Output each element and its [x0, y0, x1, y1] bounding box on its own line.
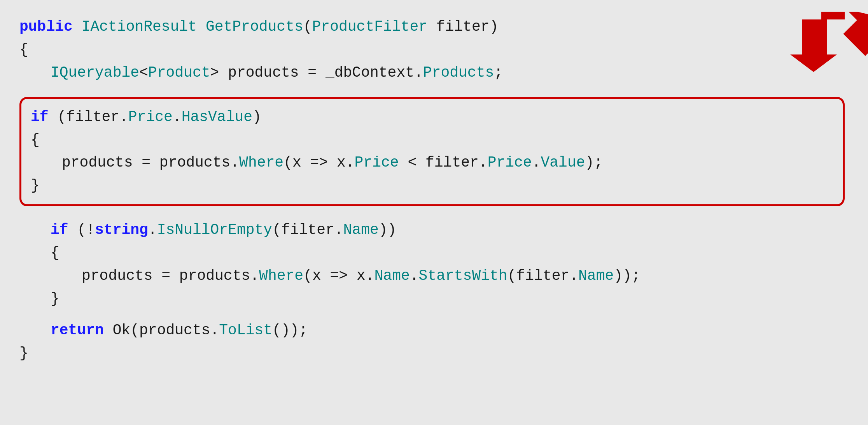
- return-ok: Ok(products.: [104, 319, 219, 342]
- dot-3: .: [410, 265, 419, 288]
- red-arrow-svg: [767, 8, 845, 78]
- code-block: public IActionResult GetProducts(Product…: [19, 16, 849, 365]
- products-assign-1: products = products.: [62, 151, 239, 174]
- code-line-where2: products = products.Where(x => x.Name.St…: [19, 265, 849, 288]
- angle-close: >: [210, 61, 219, 84]
- brace-open-1: {: [19, 39, 28, 61]
- code-line-if1: if (filter.Price.HasValue): [31, 106, 831, 129]
- if-paren-1: (filter.: [49, 106, 128, 129]
- type-string: string: [95, 219, 148, 242]
- brace-open-2: {: [31, 129, 40, 152]
- code-line-where1: products = products.Where(x => x.Price <…: [31, 151, 831, 174]
- prop-price-2: Price: [355, 151, 399, 174]
- products-assign-2: products = products.: [82, 265, 259, 288]
- dot-2: .: [148, 219, 157, 242]
- method-getproducts: GetProducts: [206, 16, 303, 39]
- code-line-1: public IActionResult GetProducts(Product…: [19, 16, 849, 39]
- brace-close-2: }: [31, 174, 40, 197]
- code-line-if1-close-brace: }: [31, 174, 831, 197]
- param-filter: filter: [427, 16, 490, 39]
- if2-param: (filter.: [272, 219, 343, 242]
- code-line-return: return Ok(products.ToList());: [19, 319, 849, 342]
- lambda-2: (x => x.: [303, 265, 374, 288]
- lt-op: < filter.: [399, 151, 488, 174]
- brace-open-3: {: [51, 242, 60, 265]
- semi-3: ));: [614, 265, 640, 288]
- if2-close: )): [379, 219, 397, 242]
- startswith-param: (filter.: [508, 265, 578, 288]
- type-iqueryable: IQueryable: [51, 61, 139, 84]
- code-line-if2-brace: {: [19, 242, 849, 265]
- dot-value-1: .: [532, 151, 541, 174]
- var-products-decl: products = _dbContext.: [219, 61, 423, 84]
- prop-name-3: Name: [578, 265, 614, 288]
- prop-price-3: Price: [488, 151, 532, 174]
- prop-hasvalue: HasValue: [182, 106, 252, 129]
- brace-close-3: }: [51, 288, 60, 311]
- svg-marker-2: [790, 12, 845, 72]
- type-productfilter: ProductFilter: [312, 16, 427, 39]
- code-line-2: {: [19, 39, 849, 61]
- keyword-if-1: if: [31, 106, 49, 129]
- angle-open: <: [139, 61, 148, 84]
- prop-price-1: Price: [128, 106, 173, 129]
- prop-name-2: Name: [374, 265, 410, 288]
- method-isnullorempty: IsNullOrEmpty: [157, 219, 272, 242]
- code-line-final-brace: }: [19, 342, 849, 365]
- keyword-return: return: [51, 319, 104, 342]
- code-container: public IActionResult GetProducts(Product…: [0, 0, 868, 425]
- type-product: Product: [148, 61, 210, 84]
- if-paren-close-1: ): [252, 106, 261, 129]
- space-1: [197, 16, 206, 39]
- return-semi: ());: [272, 319, 308, 342]
- dot-1: .: [173, 106, 182, 129]
- paren-open: (: [303, 16, 312, 39]
- code-line-if2-close-brace: }: [19, 288, 849, 311]
- method-startswith: StartsWith: [419, 265, 508, 288]
- method-where-2: Where: [259, 265, 303, 288]
- method-where-1: Where: [239, 151, 284, 174]
- prop-name-1: Name: [343, 219, 379, 242]
- paren-close: ): [490, 16, 499, 39]
- if2-paren: (!: [68, 219, 95, 242]
- highlighted-if-block: if (filter.Price.HasValue) { products = …: [19, 97, 845, 207]
- method-tolist: ToList: [219, 319, 272, 342]
- keyword-public: public: [19, 16, 82, 39]
- semi-1: ;: [494, 61, 503, 84]
- prop-value-1: Value: [541, 151, 585, 174]
- brace-close-final: }: [19, 342, 28, 365]
- code-line-if1-brace: {: [31, 129, 831, 152]
- semi-2: );: [585, 151, 603, 174]
- code-line-if2: if (!string.IsNullOrEmpty(filter.Name)): [19, 219, 849, 242]
- code-line-3: IQueryable<Product> products = _dbContex…: [19, 61, 849, 84]
- prop-products: Products: [423, 61, 494, 84]
- lambda-1: (x => x.: [284, 151, 354, 174]
- type-iactionresult: IActionResult: [82, 16, 197, 39]
- keyword-if-2: if: [51, 219, 68, 242]
